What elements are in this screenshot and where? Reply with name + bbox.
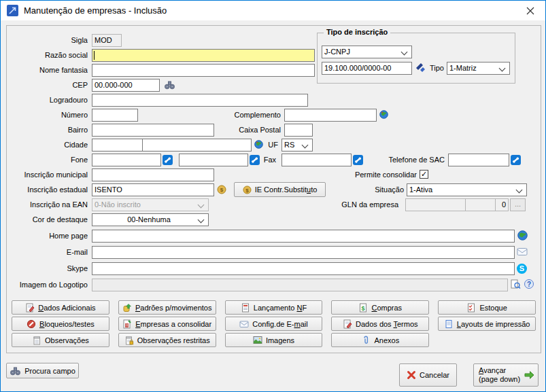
observacoes-button[interactable]: Observações [12, 333, 109, 347]
svg-text:$: $ [245, 187, 249, 193]
document-pencil-icon [25, 303, 35, 313]
inscricao-estadual-coin-icon[interactable]: $ [217, 185, 226, 194]
tipo-label: Tipo [422, 62, 444, 75]
cep-input[interactable]: 00.000-000 [92, 79, 160, 92]
close-icon[interactable] [522, 1, 539, 20]
procura-campo-button[interactable]: Procura campo [6, 363, 79, 378]
sigla-value: MOD [92, 34, 122, 47]
inscricao-estadual-label: Inscrição estadual [3, 183, 88, 196]
lancamento-nf-button[interactable]: Lançamento NF [225, 300, 323, 315]
cnpj-input[interactable]: 19.100.000/0000-00 [322, 62, 412, 75]
cidade-name-input[interactable] [142, 139, 252, 152]
situacao-select[interactable]: 1-Ativa [407, 183, 527, 196]
cor-destaque-label: Cor de destaque [3, 213, 88, 226]
bairro-input[interactable] [92, 124, 214, 137]
tipo-matriz-select[interactable]: 1-Matriz [447, 62, 510, 75]
caixa-postal-input[interactable] [284, 124, 313, 137]
cidade-code-input[interactable] [92, 139, 143, 152]
inscricao-municipal-label: Inscrição municipal [3, 168, 88, 181]
picture-icon [253, 336, 262, 344]
nome-fantasia-input[interactable] [92, 64, 315, 77]
imagem-logotipo-input [92, 279, 508, 291]
inscricao-ean-select: 0-Não inscrito [92, 198, 209, 211]
complemento-label: Complemento [199, 109, 281, 122]
dados-termos-button[interactable]: Dados dos Termos [331, 317, 429, 331]
logradouro-input[interactable] [92, 94, 308, 107]
email-input[interactable] [92, 246, 515, 259]
invoice-document-icon [241, 303, 250, 313]
document-pencil-icon [343, 319, 352, 329]
estoque-button[interactable]: Estoque [438, 300, 536, 315]
numero-input[interactable] [92, 109, 138, 122]
complemento-globe-icon[interactable] [379, 110, 388, 119]
movements-icon [122, 303, 132, 313]
razao-social-input[interactable] [92, 49, 315, 62]
dados-adicionais-button[interactable]: Dados Adicionais [12, 300, 109, 315]
help-icon[interactable]: ? [524, 279, 534, 289]
home-page-globe-icon[interactable] [517, 230, 528, 240]
window-title: Manutenção de empresas - Inclusão [24, 5, 167, 16]
email-envelope-icon[interactable] [517, 247, 528, 256]
cor-destaque-select[interactable]: 00-Nenhuma [92, 213, 209, 226]
notepad-icon [32, 336, 41, 345]
skype-input[interactable] [92, 262, 515, 275]
coin-icon: $ [243, 185, 252, 194]
dialog-window: Manutenção de empresas - Inclusão Sigla … [0, 0, 546, 392]
print-layout-icon [444, 319, 454, 329]
paperclip-icon [361, 336, 371, 345]
permite-consolidar-checkbox[interactable]: ✓ [420, 170, 428, 179]
titlebar: Manutenção de empresas - Inclusão [1, 1, 545, 20]
caixa-postal-label: Caixa Postal [199, 124, 281, 137]
fone-phone-icon-1[interactable] [163, 155, 173, 165]
gln-input-3: 0 [495, 198, 509, 211]
skype-icon-glyph: S [519, 264, 524, 274]
fax-label: Fax [262, 154, 276, 166]
svg-text:$: $ [362, 304, 365, 311]
layouts-impressao-button[interactable]: Layouts de impressão [438, 317, 536, 331]
fax-input[interactable] [281, 154, 352, 166]
bloqueios-testes-button[interactable]: Bloqueios/testes [12, 317, 109, 331]
bairro-label: Bairro [3, 124, 88, 137]
skype-icon[interactable]: S [517, 264, 527, 274]
purchases-document-icon: $ [358, 303, 368, 313]
avancar-sublabel: (page down) [479, 375, 520, 384]
cep-label: CEP [3, 79, 88, 92]
cidade-label: Cidade [3, 139, 88, 152]
inscricao-estadual-input[interactable]: ISENTO [92, 183, 214, 196]
ie-contr-substituto-button[interactable]: $ IE Contr.Substituto [234, 182, 326, 197]
skype-label: Skype [3, 262, 88, 275]
logotipo-preview-icon[interactable] [511, 279, 521, 289]
gln-empresa-label: GLN da empresa [320, 198, 398, 211]
padroes-movimentos-button[interactable]: Padrões p/movimentos [118, 300, 216, 315]
home-page-input[interactable] [92, 230, 515, 243]
gln-browse-button[interactable]: ... [510, 198, 526, 211]
tipo-inscricao-select[interactable]: J-CNPJ [322, 46, 412, 58]
observacoes-restritas-button[interactable]: Observações restritas [118, 333, 216, 347]
cancelar-button[interactable]: Cancelar [399, 363, 457, 387]
compras-button[interactable]: $ Compras [331, 300, 429, 315]
logradouro-label: Logradouro [3, 94, 88, 107]
procura-campo-label: Procura campo [24, 367, 75, 375]
fone-phone-icon-2[interactable] [250, 155, 260, 165]
uf-select[interactable]: RS [281, 139, 313, 152]
telefone-sac-phone-icon[interactable] [511, 155, 521, 165]
complemento-input[interactable] [284, 109, 377, 122]
config-email-button[interactable]: Config.de E-mail [225, 317, 323, 331]
cidade-globe-icon[interactable] [254, 140, 263, 149]
telefone-sac-input[interactable] [448, 154, 509, 166]
empresas-consolidar-button[interactable]: Empresas a consolidar [118, 317, 216, 331]
avancar-button[interactable]: Avançar (page down) [473, 363, 539, 387]
fone-input-1[interactable] [92, 154, 161, 166]
fone-input-2[interactable] [179, 154, 248, 166]
imagens-button[interactable]: Imagens [225, 333, 323, 347]
inscricao-municipal-input[interactable] [92, 168, 214, 181]
numero-label: Número [3, 109, 88, 122]
cep-binoculars-icon[interactable] [164, 80, 175, 90]
email-envelope-icon [239, 320, 249, 328]
home-page-label: Home page [3, 230, 88, 243]
anexos-button[interactable]: Anexos [331, 333, 429, 347]
notepad-lock-icon [124, 336, 134, 345]
stock-checklist-icon [466, 303, 476, 313]
advance-arrow-icon [524, 370, 535, 380]
fone-label: Fone [3, 154, 88, 166]
